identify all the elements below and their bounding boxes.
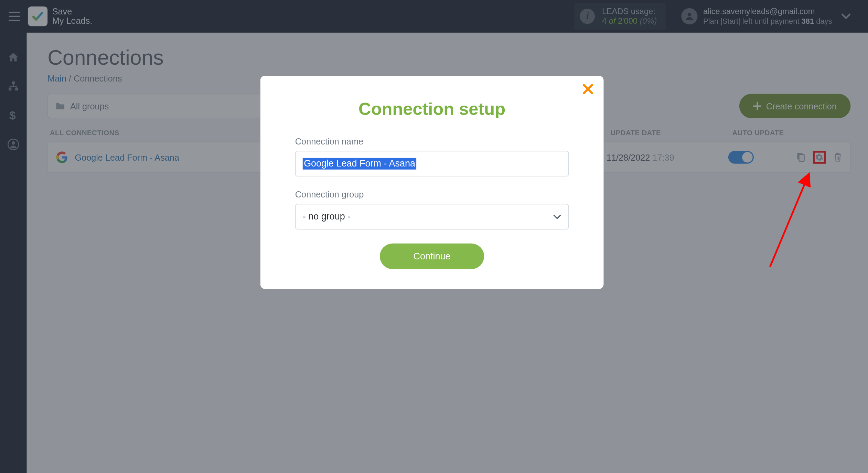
chevron-down-icon bbox=[553, 214, 561, 219]
name-field-label: Connection name bbox=[295, 136, 586, 146]
connection-setup-modal: Connection setup Connection name Google … bbox=[260, 76, 604, 289]
connection-group-select[interactable]: - no group - bbox=[295, 204, 569, 230]
connection-name-input[interactable]: Google Lead Form - Asana bbox=[295, 151, 569, 177]
modal-title: Connection setup bbox=[278, 99, 586, 119]
group-field-label: Connection group bbox=[295, 189, 586, 199]
modal-close-button[interactable] bbox=[583, 84, 593, 94]
continue-button[interactable]: Continue bbox=[380, 244, 484, 269]
close-icon bbox=[583, 84, 593, 94]
